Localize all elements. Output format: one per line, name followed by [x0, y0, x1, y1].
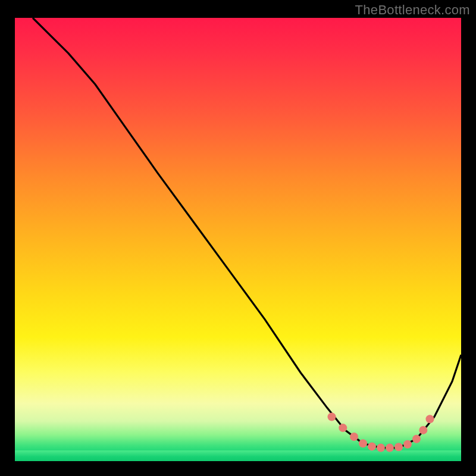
watermark-text: TheBottleneck.com: [355, 2, 470, 18]
valley-marker: [426, 415, 434, 423]
valley-marker: [368, 442, 376, 450]
plot-area: [15, 18, 461, 461]
bottleneck-curve: [33, 18, 461, 448]
valley-marker: [350, 433, 358, 441]
valley-marker: [403, 440, 412, 449]
valley-marker: [377, 444, 385, 452]
valley-marker: [339, 424, 347, 432]
valley-marker: [328, 413, 336, 421]
valley-marker: [412, 435, 421, 443]
valley-markers: [328, 413, 434, 452]
valley-marker: [386, 444, 394, 452]
valley-marker: [394, 443, 403, 451]
valley-marker: [359, 439, 367, 447]
chart-frame: TheBottleneck.com: [0, 0, 476, 476]
curve-layer: [15, 18, 461, 461]
valley-marker: [419, 426, 427, 434]
